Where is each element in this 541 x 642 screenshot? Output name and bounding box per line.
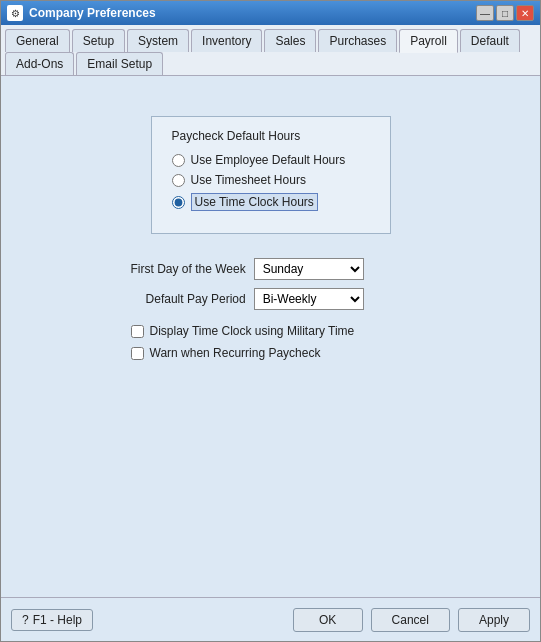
tab-system[interactable]: System: [127, 29, 189, 52]
title-bar: ⚙ Company Preferences — □ ✕: [1, 1, 540, 25]
group-box-title: Paycheck Default Hours: [172, 129, 370, 143]
tab-inventory[interactable]: Inventory: [191, 29, 262, 52]
window-icon: ⚙: [7, 5, 23, 21]
bottom-bar: ? F1 - Help OK Cancel Apply: [1, 597, 540, 641]
first-day-select[interactable]: Sunday Monday Tuesday Wednesday Thursday…: [254, 258, 364, 280]
minimize-button[interactable]: —: [476, 5, 494, 21]
tab-payroll[interactable]: Payroll: [399, 29, 458, 53]
checkbox-military[interactable]: [131, 325, 144, 338]
radio-timesheet[interactable]: [172, 174, 185, 187]
content-area: Paycheck Default Hours Use Employee Defa…: [1, 76, 540, 597]
radio-employee-default[interactable]: [172, 154, 185, 167]
radio-row-employee: Use Employee Default Hours: [172, 153, 370, 167]
radio-timeclock-label: Use Time Clock Hours: [191, 193, 318, 211]
help-icon: ?: [22, 613, 29, 627]
tab-emailsetup[interactable]: Email Setup: [76, 52, 163, 75]
checkbox-row-recurring: Warn when Recurring Paycheck: [131, 346, 411, 360]
bottom-right-buttons: OK Cancel Apply: [293, 608, 530, 632]
tab-default[interactable]: Default: [460, 29, 520, 52]
radio-timeclock[interactable]: [172, 196, 185, 209]
tab-general[interactable]: General: [5, 29, 70, 52]
checkbox-row-military: Display Time Clock using Military Time: [131, 324, 411, 338]
window-title: Company Preferences: [29, 6, 476, 20]
cancel-button[interactable]: Cancel: [371, 608, 450, 632]
tab-sales[interactable]: Sales: [264, 29, 316, 52]
window-controls: — □ ✕: [476, 5, 534, 21]
apply-button[interactable]: Apply: [458, 608, 530, 632]
help-button[interactable]: ? F1 - Help: [11, 609, 93, 631]
tab-purchases[interactable]: Purchases: [318, 29, 397, 52]
tab-addons[interactable]: Add-Ons: [5, 52, 74, 75]
default-pay-label: Default Pay Period: [131, 292, 246, 306]
paycheck-default-hours-group: Paycheck Default Hours Use Employee Defa…: [151, 116, 391, 234]
default-pay-select[interactable]: Weekly Bi-Weekly Semi-Monthly Monthly: [254, 288, 364, 310]
checkbox-recurring-label: Warn when Recurring Paycheck: [150, 346, 321, 360]
tab-bar: General Setup System Inventory Sales Pur…: [1, 25, 540, 76]
field-grid: First Day of the Week Sunday Monday Tues…: [131, 258, 411, 310]
first-day-label: First Day of the Week: [131, 262, 246, 276]
checkbox-military-label: Display Time Clock using Military Time: [150, 324, 355, 338]
radio-timesheet-label: Use Timesheet Hours: [191, 173, 306, 187]
checkbox-recurring[interactable]: [131, 347, 144, 360]
maximize-button[interactable]: □: [496, 5, 514, 21]
radio-row-timesheet: Use Timesheet Hours: [172, 173, 370, 187]
close-button[interactable]: ✕: [516, 5, 534, 21]
ok-button[interactable]: OK: [293, 608, 363, 632]
help-label: F1 - Help: [33, 613, 82, 627]
tab-setup[interactable]: Setup: [72, 29, 125, 52]
main-window: ⚙ Company Preferences — □ ✕ General Setu…: [0, 0, 541, 642]
radio-employee-default-label: Use Employee Default Hours: [191, 153, 346, 167]
radio-row-timeclock: Use Time Clock Hours: [172, 193, 370, 211]
